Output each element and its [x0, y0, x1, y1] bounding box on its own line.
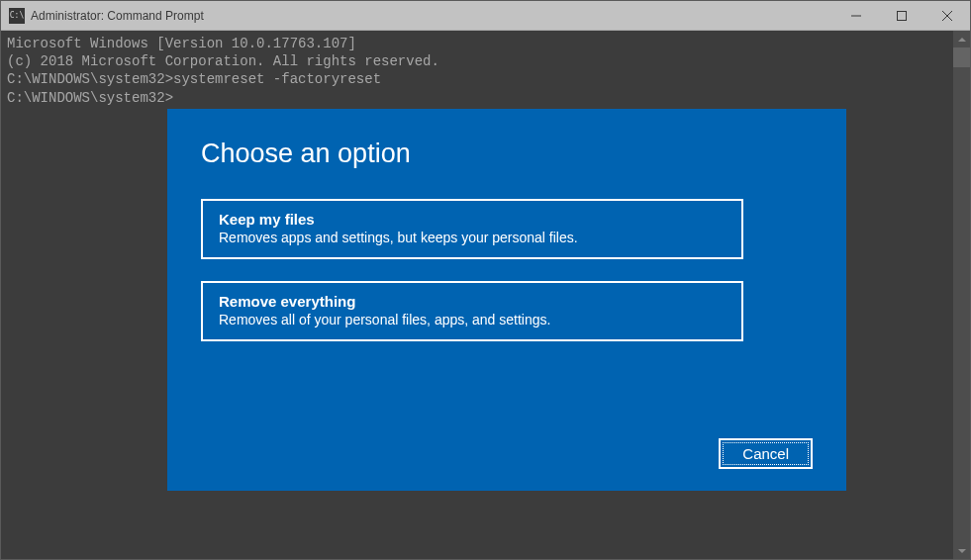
cmd-icon-text: C:\ — [10, 11, 24, 20]
console-line: Microsoft Windows [Version 10.0.17763.10… — [7, 35, 964, 52]
maximize-button[interactable] — [879, 1, 924, 30]
option-title: Keep my files — [219, 211, 726, 228]
window-title: Administrator: Command Prompt — [31, 9, 833, 23]
console-line: (c) 2018 Microsoft Corporation. All righ… — [7, 52, 964, 70]
svg-marker-4 — [958, 38, 966, 42]
option-keep-files[interactable]: Keep my files Removes apps and settings,… — [201, 199, 743, 259]
scroll-thumb[interactable] — [953, 47, 970, 67]
option-desc: Removes all of your personal files, apps… — [219, 312, 726, 327]
scrollbar[interactable] — [953, 31, 970, 559]
dialog-footer: Cancel — [201, 438, 813, 469]
scroll-down-button[interactable] — [953, 542, 970, 559]
window-controls — [833, 1, 970, 30]
dialog-title: Choose an option — [201, 139, 813, 169]
console-line: C:\WINDOWS\system32>systemreset -factory… — [7, 70, 964, 88]
minimize-button[interactable] — [833, 1, 879, 30]
cancel-button[interactable]: Cancel — [719, 438, 813, 469]
option-remove-everything[interactable]: Remove everything Removes all of your pe… — [201, 281, 743, 341]
reset-dialog: Choose an option Keep my files Removes a… — [167, 109, 846, 491]
console-line: C:\WINDOWS\system32> — [7, 89, 964, 107]
option-title: Remove everything — [219, 293, 726, 310]
svg-rect-1 — [898, 11, 907, 20]
command-prompt-window: C:\ Administrator: Command Prompt Micros… — [0, 0, 971, 560]
cmd-icon: C:\ — [9, 8, 25, 24]
svg-marker-5 — [958, 549, 966, 553]
titlebar: C:\ Administrator: Command Prompt — [1, 1, 970, 31]
scroll-up-button[interactable] — [953, 31, 970, 47]
close-button[interactable] — [924, 1, 970, 30]
option-desc: Removes apps and settings, but keeps you… — [219, 230, 726, 245]
